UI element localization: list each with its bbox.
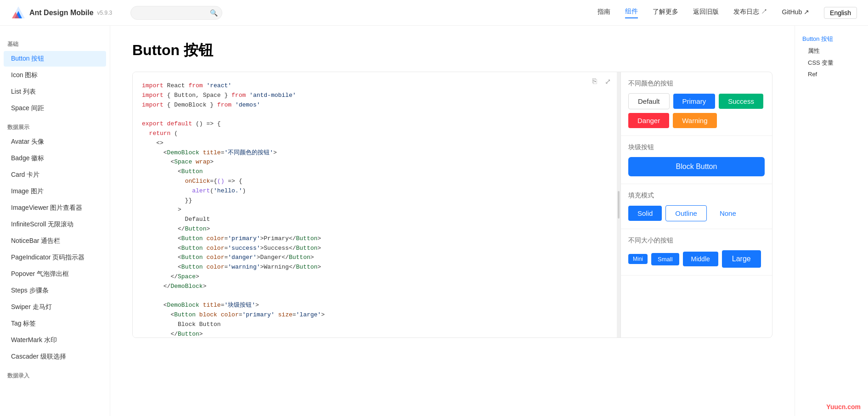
search-icon: 🔍 xyxy=(210,9,218,17)
preview-section-title-fill: 填充模式 xyxy=(628,191,765,200)
code-toolbar: ⎘ ⤢ xyxy=(589,76,613,87)
button-block[interactable]: Block Button xyxy=(628,157,765,176)
button-default[interactable]: Default xyxy=(628,93,670,109)
main-content: Button 按钮 ⎘ ⤢ import React from 'react' … xyxy=(110,26,795,416)
demo-panel: ⎘ ⤢ import React from 'react' import { B… xyxy=(132,72,772,338)
sidebar-item-icon[interactable]: Icon 图标 xyxy=(4,67,106,83)
sidebar-section-basics: 基础 xyxy=(0,37,110,50)
button-middle[interactable]: Middle xyxy=(683,252,718,266)
expand-icon: ⤢ xyxy=(605,77,611,86)
sidebar-item-tag[interactable]: Tag 标签 xyxy=(4,316,106,332)
toc-item-ref[interactable]: Ref xyxy=(802,69,861,79)
preview-section-title-size: 不同大小的按钮 xyxy=(628,236,765,245)
sidebar-item-steps[interactable]: Steps 步骤条 xyxy=(4,283,106,298)
copy-button[interactable]: ⎘ xyxy=(589,76,600,87)
sidebar-item-pageindicator[interactable]: PageIndicator 页码指示器 xyxy=(4,250,106,265)
nav-links: 指南 组件 了解更多 返回旧版 发布日志 ↗ GitHub ↗ English xyxy=(597,7,857,19)
version-badge: v5.9.3 xyxy=(97,10,113,16)
toc-item-css-vars[interactable]: CSS 变量 xyxy=(802,57,861,69)
fill-buttons-group: Solid Outline None xyxy=(628,205,765,221)
code-content: import React from 'react' import { Butto… xyxy=(133,72,617,337)
main-layout: 基础 Button 按钮 Icon 图标 List 列表 Space 间距 数据… xyxy=(0,26,868,416)
nav-github[interactable]: GitHub ↗ xyxy=(782,8,809,17)
button-large[interactable]: Large xyxy=(722,250,761,268)
nav-learn[interactable]: 了解更多 xyxy=(653,8,678,18)
sidebar: 基础 Button 按钮 Icon 图标 List 列表 Space 间距 数据… xyxy=(0,26,110,416)
code-panel[interactable]: ⎘ ⤢ import React from 'react' import { B… xyxy=(133,72,617,337)
nav-legacy[interactable]: 返回旧版 xyxy=(693,8,719,18)
sidebar-item-image[interactable]: Image 图片 xyxy=(4,184,106,199)
header: Ant Design Mobile v5.9.3 🔍 指南 组件 了解更多 返回… xyxy=(0,0,868,26)
search-bar: 🔍 xyxy=(130,6,222,20)
toc-panel: Button 按钮 属性 CSS 变量 Ref xyxy=(795,26,868,416)
sidebar-item-swiper[interactable]: Swiper 走马灯 xyxy=(4,299,106,315)
button-solid[interactable]: Solid xyxy=(628,206,662,221)
sidebar-item-button[interactable]: Button 按钮 xyxy=(4,51,106,67)
sidebar-item-infinitescroll[interactable]: InfiniteScroll 无限滚动 xyxy=(4,217,106,232)
preview-section-title-block: 块级按钮 xyxy=(628,143,765,152)
sidebar-section-data-input: 数据录入 xyxy=(0,368,110,382)
size-buttons-group: Mini Small Middle Large xyxy=(628,250,765,268)
expand-button[interactable]: ⤢ xyxy=(602,76,613,87)
preview-section-block: 块级按钮 Block Button xyxy=(621,136,772,184)
button-small[interactable]: Small xyxy=(651,253,679,265)
sidebar-item-badge[interactable]: Badge 徽标 xyxy=(4,151,106,166)
sidebar-item-popover[interactable]: Popover 气泡弹出框 xyxy=(4,266,106,282)
scroll-handle-bar xyxy=(618,191,620,219)
sidebar-item-card[interactable]: Card 卡片 xyxy=(4,167,106,183)
nav-guide[interactable]: 指南 xyxy=(597,8,610,18)
logo-icon xyxy=(11,6,26,20)
sidebar-item-list[interactable]: List 列表 xyxy=(4,84,106,100)
language-button[interactable]: English xyxy=(824,7,857,19)
copy-icon: ⎘ xyxy=(592,77,597,85)
button-danger[interactable]: Danger xyxy=(628,113,669,128)
button-mini[interactable]: Mini xyxy=(628,254,648,264)
sidebar-item-space[interactable]: Space 间距 xyxy=(4,101,106,116)
sidebar-item-cascader[interactable]: Cascader 级联选择 xyxy=(4,349,106,365)
preview-section-colors: 不同颜色的按钮 Default Primary Success Danger W… xyxy=(621,72,772,136)
preview-section-fill: 填充模式 Solid Outline None xyxy=(621,184,772,229)
search-input[interactable] xyxy=(130,6,222,20)
nav-components[interactable]: 组件 xyxy=(625,7,638,18)
logo-text: Ant Design Mobile xyxy=(29,9,94,17)
preview-section-size: 不同大小的按钮 Mini Small Middle Large xyxy=(621,229,772,275)
button-outline[interactable]: Outline xyxy=(665,205,707,221)
button-warning[interactable]: Warning xyxy=(673,113,716,128)
color-buttons-group: Default Primary Success Danger Warning xyxy=(628,93,765,128)
sidebar-item-watermark[interactable]: WaterMark 水印 xyxy=(4,332,106,348)
sidebar-item-noticebar[interactable]: NoticeBar 通告栏 xyxy=(4,233,106,249)
button-success[interactable]: Success xyxy=(719,94,763,109)
sidebar-section-data-display: 数据展示 xyxy=(0,120,110,133)
sidebar-item-imageviewer[interactable]: ImageViewer 图片查看器 xyxy=(4,200,106,216)
watermark: Yuucn.com xyxy=(826,403,861,410)
preview-panel: 不同颜色的按钮 Default Primary Success Danger W… xyxy=(620,72,772,337)
toc-item-button[interactable]: Button 按钮 xyxy=(802,33,861,45)
logo-area: Ant Design Mobile v5.9.3 xyxy=(11,6,112,20)
button-primary[interactable]: Primary xyxy=(673,94,716,109)
preview-section-title-colors: 不同颜色的按钮 xyxy=(628,79,765,88)
sidebar-item-avatar[interactable]: Avatar 头像 xyxy=(4,134,106,150)
nav-changelog[interactable]: 发布日志 ↗ xyxy=(733,8,767,18)
page-title: Button 按钮 xyxy=(132,40,772,61)
toc-item-attrs[interactable]: 属性 xyxy=(802,45,861,57)
button-none[interactable]: None xyxy=(710,206,745,221)
vertical-scroll-handle[interactable] xyxy=(617,72,620,337)
